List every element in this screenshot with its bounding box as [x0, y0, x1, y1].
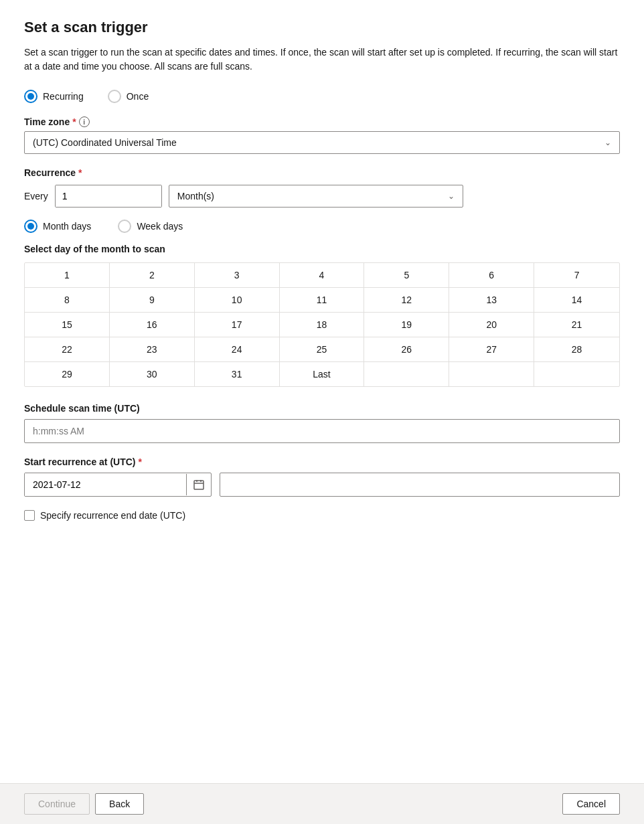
calendar-day-8[interactable]: 8: [25, 288, 110, 312]
calendar-day-31[interactable]: 31: [195, 362, 280, 386]
calendar-day-2[interactable]: 2: [110, 263, 195, 287]
calendar-empty-1: [364, 362, 449, 386]
start-recurrence-label: Start recurrence at (UTC) *: [24, 457, 620, 467]
calendar-day-11[interactable]: 11: [280, 288, 365, 312]
timezone-dropdown-arrow: ⌄: [605, 138, 611, 147]
recurrence-section: Recurrence * Every ▲ ▼ Month(s) ⌄ Month …: [24, 167, 620, 387]
calendar-day-10[interactable]: 10: [195, 288, 280, 312]
calendar-day-18[interactable]: 18: [280, 313, 365, 337]
end-date-checkbox-label: Specify recurrence end date (UTC): [40, 510, 185, 521]
recurring-radio-circle[interactable]: [24, 90, 37, 103]
day-type-radio-group: Month days Week days: [24, 220, 620, 233]
schedule-section: Schedule scan time (UTC): [24, 403, 620, 443]
calendar-day-7[interactable]: 7: [534, 263, 619, 287]
calendar-day-23[interactable]: 23: [110, 337, 195, 361]
calendar-day-6[interactable]: 6: [449, 263, 534, 287]
calendar-day-16[interactable]: 16: [110, 313, 195, 337]
calendar-row-1: 1 2 3 4 5 6 7: [25, 263, 619, 288]
month-days-radio-circle[interactable]: [24, 220, 37, 233]
start-recurrence-required-star: *: [139, 457, 142, 467]
calendar-day-20[interactable]: 20: [449, 313, 534, 337]
end-date-checkbox[interactable]: [24, 510, 35, 521]
trigger-type-radio-group: Recurring Once: [24, 90, 620, 103]
calendar-day-25[interactable]: 25: [280, 337, 365, 361]
calendar-day-29[interactable]: 29: [25, 362, 110, 386]
calendar-day-14[interactable]: 14: [534, 288, 619, 312]
once-radio-text: Once: [127, 91, 149, 102]
calendar-icon: [193, 479, 204, 490]
cancel-button[interactable]: Cancel: [562, 793, 620, 815]
timezone-required-star: *: [72, 116, 76, 127]
calendar-day-27[interactable]: 27: [449, 337, 534, 361]
week-days-radio-text: Week days: [137, 221, 183, 232]
timezone-dropdown[interactable]: (UTC) Coordinated Universal Time ⌄: [24, 131, 620, 154]
calendar-select-label: Select day of the month to scan: [24, 244, 620, 254]
calendar-day-19[interactable]: 19: [364, 313, 449, 337]
time-value-input[interactable]: 7:39:00 PM: [220, 473, 620, 497]
calendar-empty-2: [449, 362, 534, 386]
timezone-field-group: Time zone * i (UTC) Coordinated Universa…: [24, 116, 620, 154]
calendar-empty-3: [534, 362, 619, 386]
calendar-day-3[interactable]: 3: [195, 263, 280, 287]
continue-button[interactable]: Continue: [24, 793, 90, 815]
svg-rect-0: [194, 481, 204, 489]
month-days-radio-text: Month days: [43, 221, 91, 232]
period-dropdown-arrow: ⌄: [448, 191, 455, 201]
calendar-day-13[interactable]: 13: [449, 288, 534, 312]
calendar-section: Select day of the month to scan 1 2 3 4 …: [24, 244, 620, 387]
calendar-row-3: 15 16 17 18 19 20 21: [25, 313, 619, 337]
schedule-time-input[interactable]: [24, 419, 620, 443]
recurrence-label: Recurrence *: [24, 167, 620, 178]
calendar-day-9[interactable]: 9: [110, 288, 195, 312]
calendar-row-4: 22 23 24 25 26 27 28: [25, 337, 619, 362]
once-radio-circle[interactable]: [108, 90, 121, 103]
week-days-radio-label[interactable]: Week days: [118, 220, 183, 233]
page-title: Set a scan trigger: [24, 19, 620, 36]
period-value: Month(s): [177, 191, 214, 201]
timezone-label: Time zone * i: [24, 116, 620, 127]
timezone-info-icon[interactable]: i: [79, 116, 90, 127]
calendar-day-17[interactable]: 17: [195, 313, 280, 337]
calendar-row-2: 8 9 10 11 12 13 14: [25, 288, 619, 313]
recurring-radio-text: Recurring: [43, 91, 84, 102]
end-date-checkbox-row: Specify recurrence end date (UTC): [24, 510, 620, 521]
calendar-day-5[interactable]: 5: [364, 263, 449, 287]
recurrence-number-input[interactable]: [56, 185, 162, 207]
date-time-row: 7:39:00 PM: [24, 473, 620, 497]
calendar-day-12[interactable]: 12: [364, 288, 449, 312]
page-description: Set a scan trigger to run the scan at sp…: [24, 46, 620, 74]
footer-bar: Continue Back Cancel: [0, 783, 644, 824]
every-label-text: Every: [24, 191, 48, 201]
calendar-day-28[interactable]: 28: [534, 337, 619, 361]
calendar-day-last[interactable]: Last: [280, 362, 365, 386]
month-days-radio-label[interactable]: Month days: [24, 220, 91, 233]
calendar-day-26[interactable]: 26: [364, 337, 449, 361]
recurring-radio-label[interactable]: Recurring: [24, 90, 84, 103]
calendar-day-30[interactable]: 30: [110, 362, 195, 386]
calendar-day-22[interactable]: 22: [25, 337, 110, 361]
recurrence-number-input-wrapper: ▲ ▼: [55, 185, 162, 208]
calendar-day-4[interactable]: 4: [280, 263, 365, 287]
start-recurrence-section: Start recurrence at (UTC) * 7:39:00 PM: [24, 457, 620, 497]
every-row: Every ▲ ▼ Month(s) ⌄: [24, 185, 620, 208]
once-radio-label[interactable]: Once: [108, 90, 149, 103]
calendar-grid: 1 2 3 4 5 6 7 8 9 10 11 12 13 14: [24, 262, 620, 387]
calendar-day-1[interactable]: 1: [25, 263, 110, 287]
calendar-day-21[interactable]: 21: [534, 313, 619, 337]
back-button[interactable]: Back: [95, 793, 144, 815]
period-dropdown[interactable]: Month(s) ⌄: [169, 185, 463, 208]
calendar-day-15[interactable]: 15: [25, 313, 110, 337]
timezone-value: (UTC) Coordinated Universal Time: [33, 137, 177, 148]
calendar-day-24[interactable]: 24: [195, 337, 280, 361]
schedule-label: Schedule scan time (UTC): [24, 403, 620, 414]
date-input-wrapper: [24, 473, 212, 497]
calendar-icon-btn[interactable]: [186, 474, 211, 495]
date-input[interactable]: [25, 473, 186, 496]
week-days-radio-circle[interactable]: [118, 220, 131, 233]
recurrence-required-star: *: [78, 167, 82, 178]
calendar-row-5: 29 30 31 Last: [25, 362, 619, 386]
